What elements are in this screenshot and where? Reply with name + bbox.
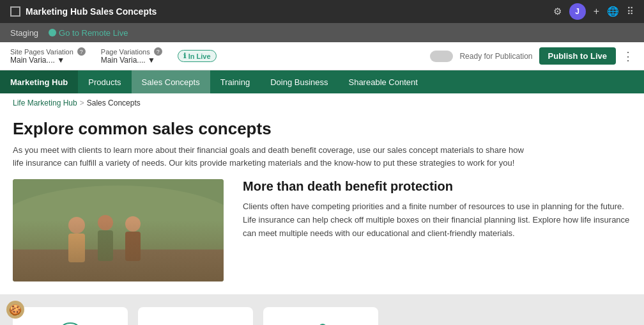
main-content: Explore common sales concepts As you mee… [0, 113, 644, 294]
nav-item-hub[interactable]: Marketing Hub [0, 70, 78, 93]
bottom-area: + [0, 294, 644, 325]
svg-point-3 [68, 217, 85, 234]
content-image [13, 179, 224, 281]
info-icon: ℹ [183, 52, 186, 60]
hero-image-svg [13, 179, 224, 281]
svg-rect-8 [125, 232, 141, 261]
page-description: As you meet with clients to learn more a… [13, 144, 537, 169]
content-subtitle: More than death benefit protection [243, 179, 631, 194]
breadcrumb-home[interactable]: Life Marketing Hub [13, 99, 77, 107]
shield-person-icon: + [305, 320, 337, 325]
page-variations-help-icon[interactable]: ? [154, 47, 162, 56]
site-pages-value[interactable]: Main Varia.... ▼ [10, 56, 86, 65]
controls-right: Ready for Publication Publish to Live ⋮ [430, 47, 634, 65]
svg-rect-6 [98, 230, 113, 261]
cookie-icon[interactable]: 🍪 [6, 301, 24, 319]
handshake-icon [180, 320, 211, 325]
cookie-bar[interactable]: 🍪 [6, 301, 24, 319]
card-retirement [13, 307, 128, 325]
more-options-icon[interactable]: ⋮ [622, 49, 634, 63]
page-variations-label: Page Variations ? [101, 47, 162, 56]
nav-item-shareable[interactable]: Shareable Content [338, 70, 427, 93]
breadcrumb-separator: > [80, 99, 84, 107]
user-avatar[interactable]: J [569, 3, 586, 20]
content-text: More than death benefit protection Clien… [243, 179, 631, 240]
gear-icon[interactable]: ⚙ [553, 6, 562, 17]
nav-item-sales[interactable]: Sales Concepts [132, 70, 210, 93]
umbrella-hand-icon [54, 320, 86, 325]
content-body: Clients often have competing priorities … [243, 200, 631, 240]
staging-label: Staging [10, 28, 38, 38]
publish-button[interactable]: Publish to Live [539, 47, 616, 65]
svg-rect-2 [13, 250, 224, 281]
site-pages-help-icon[interactable]: ? [77, 47, 86, 56]
globe-icon[interactable]: 🌐 [607, 6, 619, 17]
ready-label: Ready for Publication [459, 52, 532, 61]
nav-bar: Marketing Hub Products Sales Concepts Tr… [0, 70, 644, 93]
breadcrumb-current: Sales Concepts [87, 99, 141, 107]
grid-icon[interactable]: ⠿ [627, 6, 634, 17]
card-protection: + [263, 307, 378, 325]
breadcrumb-container: Life Marketing Hub > Sales Concepts [0, 93, 644, 113]
window-icon [10, 6, 20, 17]
page-variations-value[interactable]: Main Varia.... ▼ [101, 56, 162, 65]
nav-item-doing[interactable]: Doing Business [260, 70, 338, 93]
plus-icon[interactable]: + [594, 6, 599, 17]
remote-icon [49, 29, 56, 36]
nav-item-products[interactable]: Products [78, 70, 131, 93]
page-variations-group: Page Variations ? Main Varia.... ▼ [101, 47, 162, 65]
svg-point-7 [125, 216, 141, 232]
svg-rect-4 [68, 234, 85, 262]
svg-point-5 [98, 215, 113, 230]
site-pages-variation-group: Site Pages Variation ? Main Varia.... ▼ [10, 47, 86, 65]
site-pages-label: Site Pages Variation ? [10, 47, 86, 56]
nav-item-training[interactable]: Training [210, 70, 260, 93]
top-bar-right: ⚙ J + 🌐 ⠿ [553, 3, 634, 20]
staging-bar: Staging Go to Remote Live [0, 23, 644, 42]
breadcrumb: Life Marketing Hub > Sales Concepts [0, 93, 644, 113]
in-live-badge: ℹ In Live [178, 50, 217, 62]
top-bar-title: Marketing Hub Sales Concepts [26, 6, 157, 17]
go-to-remote-link[interactable]: Go to Remote Live [49, 28, 128, 38]
ready-toggle[interactable] [430, 51, 453, 62]
svg-point-1 [13, 186, 224, 275]
card-partnership [138, 307, 253, 325]
content-section: More than death benefit protection Clien… [13, 179, 631, 281]
controls-bar: Site Pages Variation ? Main Varia.... ▼ … [0, 42, 644, 70]
top-bar-left: Marketing Hub Sales Concepts [10, 6, 157, 17]
page-title: Explore common sales concepts [13, 119, 631, 139]
top-bar: Marketing Hub Sales Concepts ⚙ J + 🌐 ⠿ [0, 0, 644, 23]
